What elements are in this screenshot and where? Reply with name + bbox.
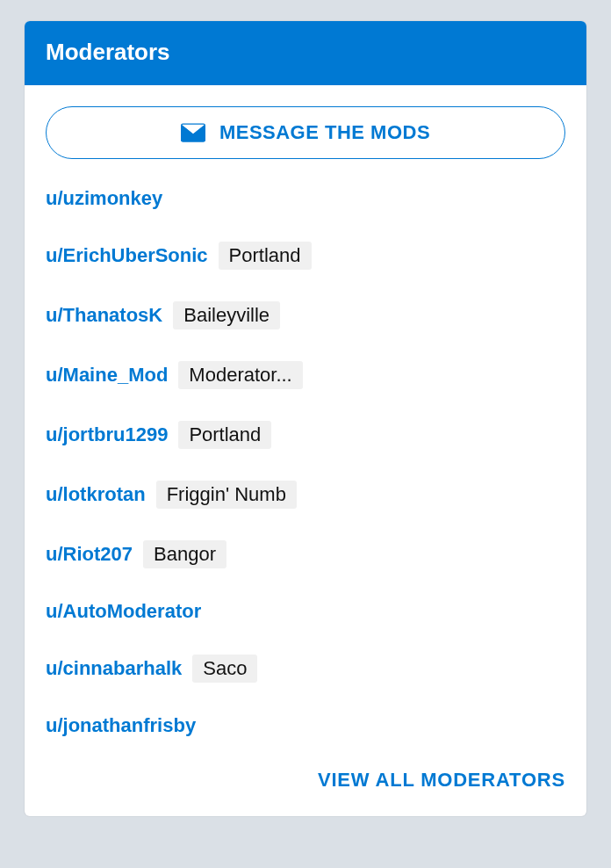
view-all-container: VIEW ALL MODERATORS (46, 769, 565, 792)
widget-header: Moderators (25, 21, 586, 85)
moderator-row: u/AutoModerator (46, 600, 565, 623)
moderator-flair: Friggin' Numb (156, 481, 297, 509)
message-mods-label: MESSAGE THE MODS (219, 121, 430, 144)
moderator-flair: Baileyville (173, 301, 280, 329)
moderator-row: u/jonathanfrisby (46, 714, 565, 737)
widget-body: MESSAGE THE MODS u/uzimonkeyu/ErichUberS… (25, 85, 586, 816)
widget-title: Moderators (46, 39, 170, 65)
moderator-list: u/uzimonkeyu/ErichUberSonicPortlandu/Tha… (46, 187, 565, 737)
envelope-icon (181, 123, 205, 142)
moderator-flair: Moderator... (178, 361, 302, 389)
moderator-row: u/ThanatosKBaileyville (46, 301, 565, 329)
moderator-username-link[interactable]: u/lotkrotan (46, 483, 146, 506)
moderator-username-link[interactable]: u/uzimonkey (46, 187, 162, 210)
moderator-row: u/Maine_ModModerator... (46, 361, 565, 389)
moderator-username-link[interactable]: u/jonathanfrisby (46, 714, 196, 737)
moderator-row: u/ErichUberSonicPortland (46, 242, 565, 270)
moderator-username-link[interactable]: u/jortbru1299 (46, 423, 168, 446)
moderator-row: u/cinnabarhalkSaco (46, 655, 565, 683)
moderator-row: u/jortbru1299Portland (46, 421, 565, 449)
moderator-username-link[interactable]: u/Maine_Mod (46, 364, 168, 387)
message-mods-button[interactable]: MESSAGE THE MODS (46, 106, 565, 159)
view-all-moderators-link[interactable]: VIEW ALL MODERATORS (318, 769, 565, 791)
moderator-flair: Bangor (143, 540, 226, 568)
moderator-flair: Portland (178, 421, 271, 449)
moderator-flair: Saco (192, 655, 257, 683)
moderators-widget: Moderators MESSAGE THE MODS u/uzimonkeyu… (25, 21, 586, 816)
moderator-row: u/Riot207Bangor (46, 540, 565, 568)
moderator-flair: Portland (219, 242, 312, 270)
moderator-row: u/lotkrotanFriggin' Numb (46, 481, 565, 509)
moderator-row: u/uzimonkey (46, 187, 565, 210)
moderator-username-link[interactable]: u/AutoModerator (46, 600, 201, 623)
moderator-username-link[interactable]: u/ErichUberSonic (46, 244, 208, 267)
moderator-username-link[interactable]: u/ThanatosK (46, 304, 162, 327)
moderator-username-link[interactable]: u/cinnabarhalk (46, 657, 182, 680)
moderator-username-link[interactable]: u/Riot207 (46, 543, 133, 566)
